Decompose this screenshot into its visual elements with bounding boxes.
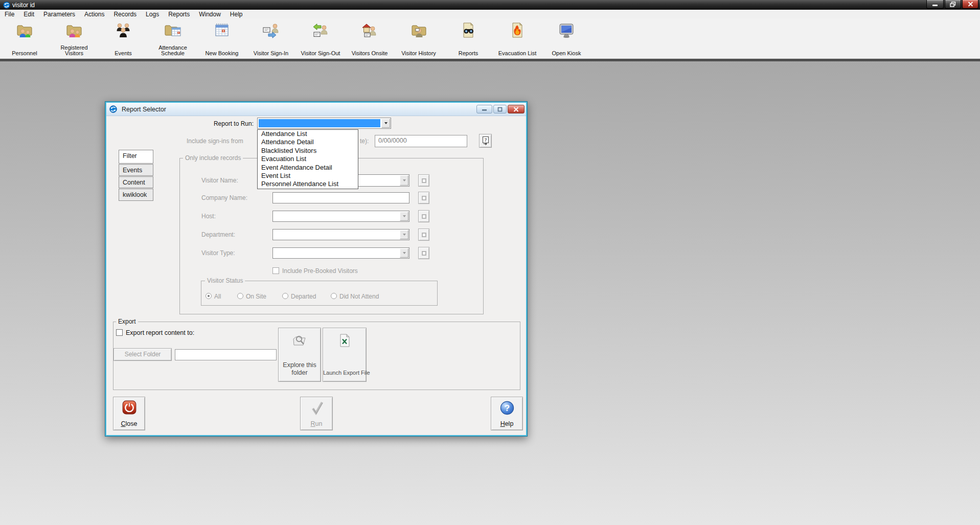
evacuation-list-icon	[509, 21, 526, 39]
calendar-picker-icon: 7	[482, 136, 490, 145]
menu-edit[interactable]: Edit	[19, 10, 39, 18]
app-icon	[3, 2, 10, 9]
toolbar-button-visitor-history[interactable]: Visitor History	[395, 21, 442, 56]
toolbar-button-visitor-sign-out[interactable]: Visitor Sign-Out	[297, 21, 344, 56]
svg-text:7: 7	[484, 138, 487, 143]
chevron-down-icon	[403, 234, 406, 236]
radio-all[interactable]	[206, 293, 212, 299]
explore-folder-label: Explore this folder	[279, 361, 321, 377]
date-picker-button[interactable]: 7	[479, 134, 492, 148]
square-icon	[422, 196, 426, 200]
main-close-button[interactable]	[962, 0, 978, 9]
run-button[interactable]: Run	[300, 397, 333, 430]
toolbar-button-registered-visitors[interactable]: Registered Visitors	[51, 21, 98, 56]
radio-did-not-attend[interactable]	[331, 293, 337, 299]
run-button-label: Run	[301, 420, 332, 427]
radio-departed[interactable]	[282, 293, 288, 299]
dialog-title-bar: Report Selector	[106, 103, 526, 116]
radio-on-site[interactable]	[237, 293, 243, 299]
toolbar-button-events[interactable]: Events	[100, 21, 147, 56]
dialog-icon	[109, 105, 117, 113]
visitor-status-group-box: Visitor Status All On Site Departed Did …	[201, 281, 438, 306]
signin-date-input[interactable]: 0/00/0000	[375, 135, 467, 147]
open-kiosk-icon	[558, 21, 575, 39]
chevron-down-icon	[384, 122, 388, 124]
dialog-body: Report to Run: Attendance List Attendanc…	[106, 116, 526, 435]
toolbar-button-visitor-sign-in[interactable]: Visitor Sign-In	[247, 21, 294, 56]
combobox-arrow-button[interactable]	[400, 248, 408, 258]
radio-departed-label: Departed	[291, 293, 316, 300]
help-button[interactable]: ? Help	[491, 397, 523, 430]
dialog-restore-button[interactable]	[493, 105, 507, 113]
radio-dot	[208, 295, 210, 297]
combobox-arrow-button[interactable]	[381, 119, 390, 128]
dropdown-item-event-attendance-detail[interactable]: Event Attendance Detail	[258, 164, 358, 172]
chevron-down-icon	[403, 179, 406, 181]
run-check-icon	[308, 400, 325, 416]
tab-content[interactable]: Content	[119, 176, 153, 188]
events-icon	[115, 21, 132, 39]
dropdown-item-attendance-list[interactable]: Attendance List	[258, 130, 358, 138]
square-icon	[422, 214, 426, 219]
department-combobox[interactable]	[272, 229, 409, 240]
launch-export-file-button[interactable]: Launch Export File	[323, 328, 367, 382]
dropdown-item-event-list[interactable]: Event List	[258, 172, 358, 180]
menu-reports[interactable]: Reports	[164, 10, 194, 18]
tab-filter[interactable]: Filter	[119, 150, 153, 164]
toolbar: Personnel Registered Visitors Events	[0, 18, 980, 59]
dropdown-item-blacklisted-visitors[interactable]: Blacklisted Visitors	[258, 147, 358, 155]
company-name-option-button[interactable]	[418, 192, 429, 204]
menu-file[interactable]: File	[0, 10, 19, 18]
main-restore-button[interactable]	[945, 0, 961, 9]
host-combobox[interactable]	[272, 211, 409, 222]
toolbar-button-evacuation-list[interactable]: Evacuation List	[494, 21, 541, 56]
tab-kwiklook[interactable]: kwiklook	[119, 189, 153, 201]
department-option-button[interactable]	[418, 229, 429, 241]
include-prebooked-checkbox[interactable]	[272, 267, 279, 274]
menu-records[interactable]: Records	[109, 10, 141, 18]
visitor-type-option-button[interactable]	[418, 247, 429, 259]
dialog-title: Report Selector	[122, 106, 166, 113]
visitor-name-option-button[interactable]	[418, 174, 429, 187]
combobox-arrow-button[interactable]	[400, 175, 408, 186]
explore-folder-button[interactable]: Explore this folder	[278, 328, 321, 382]
explore-folder-icon	[292, 333, 307, 348]
dropdown-item-evacuation-list[interactable]: Evacuation List	[258, 155, 358, 163]
signin-date-label-left: Include sign-ins from	[187, 138, 243, 145]
toolbar-button-new-booking[interactable]: New Booking	[198, 21, 245, 56]
select-folder-button[interactable]: Select Folder	[113, 348, 172, 361]
menu-actions[interactable]: Actions	[80, 10, 109, 18]
menu-logs[interactable]: Logs	[141, 10, 164, 18]
visitor-type-combobox[interactable]	[272, 247, 409, 259]
toolbar-button-personnel[interactable]: Personnel	[1, 21, 48, 56]
dialog-minimize-button[interactable]	[476, 105, 492, 113]
attendance-schedule-icon	[164, 21, 181, 39]
toolbar-button-open-kiosk[interactable]: Open Kiosk	[543, 21, 590, 56]
combobox-selection	[259, 119, 380, 127]
dropdown-item-personnel-attendance-list[interactable]: Personnel Attendance List	[258, 180, 358, 188]
main-minimize-button[interactable]	[926, 0, 944, 9]
chevron-down-icon	[403, 252, 406, 254]
menu-parameters[interactable]: Parameters	[39, 10, 80, 18]
menu-window[interactable]: Window	[194, 10, 225, 18]
personnel-icon	[16, 21, 33, 39]
tab-events[interactable]: Events	[119, 164, 153, 176]
company-name-input[interactable]	[272, 192, 409, 203]
host-label: Host:	[201, 213, 216, 220]
square-icon	[422, 178, 426, 183]
export-report-checkbox[interactable]	[116, 329, 123, 336]
menu-help[interactable]: Help	[225, 10, 247, 18]
toolbar-button-attendance-schedule[interactable]: Attendance Schedule	[149, 21, 196, 56]
report-to-run-combobox[interactable]	[257, 118, 391, 129]
host-option-button[interactable]	[418, 210, 429, 222]
close-button[interactable]: Close	[113, 397, 145, 430]
dialog-close-button[interactable]	[508, 105, 525, 113]
combobox-arrow-button[interactable]	[400, 212, 408, 221]
folder-path-input[interactable]	[175, 349, 277, 360]
toolbar-button-visitors-onsite[interactable]: Visitors Onsite	[346, 21, 393, 56]
help-question-icon: ?	[499, 400, 515, 416]
dropdown-item-attendance-detail[interactable]: Attendance Detail	[258, 138, 358, 146]
toolbar-button-reports[interactable]: Reports	[445, 21, 492, 56]
combobox-arrow-button[interactable]	[400, 230, 408, 239]
svg-text:?: ?	[504, 403, 509, 413]
